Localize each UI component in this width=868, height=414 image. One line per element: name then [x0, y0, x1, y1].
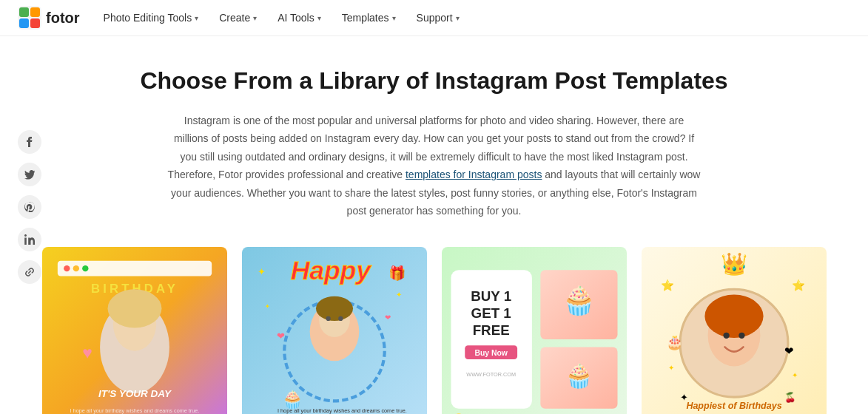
svg-text:I hope all your birthday wishe: I hope all your birthday wishes and drea…	[277, 407, 406, 414]
svg-point-55	[723, 332, 729, 338]
twitter-share-button[interactable]	[18, 163, 41, 186]
template-card-image: Happy 🎁 ✦ ✦ ✦	[242, 247, 427, 414]
svg-text:🧁: 🧁	[282, 388, 303, 409]
twitter-icon	[24, 169, 35, 180]
svg-point-13	[107, 289, 161, 328]
chevron-down-icon: ▾	[317, 14, 321, 22]
svg-point-56	[739, 332, 744, 338]
svg-point-26	[316, 296, 353, 320]
nav-photo-editing[interactable]: Photo Editing Tools ▾	[104, 12, 199, 24]
linkedin-share-button[interactable]	[18, 228, 41, 251]
template-card[interactable]: BUY 1 GET 1 FREE Buy Now WWW.FOTOR.COM 🧁…	[442, 247, 627, 414]
svg-text:❤: ❤	[276, 331, 284, 342]
navbar: fotor Photo Editing Tools ▾ Create ▾ AI …	[0, 0, 868, 36]
svg-point-8	[73, 265, 78, 271]
svg-text:Happiest of Birthdays: Happiest of Birthdays	[686, 400, 781, 410]
svg-text:🧁: 🧁	[564, 362, 593, 390]
svg-text:♥: ♥	[82, 343, 92, 362]
copy-link-button[interactable]	[18, 260, 41, 284]
svg-rect-4	[30, 18, 40, 28]
social-sidebar	[18, 130, 41, 284]
svg-text:✦: ✦	[396, 290, 402, 298]
template-card[interactable]: 👑 ⭐ ⭐ ✦ ✦	[642, 247, 827, 414]
svg-rect-6	[57, 260, 211, 276]
nav-links: Photo Editing Tools ▾ Create ▾ AI Tools …	[104, 12, 460, 24]
facebook-share-button[interactable]	[18, 130, 41, 154]
svg-text:⭐: ⭐	[661, 279, 675, 292]
svg-text:Happy: Happy	[290, 255, 372, 285]
logo-icon	[18, 6, 41, 30]
svg-text:✦: ✦	[265, 302, 270, 310]
svg-text:Buy Now: Buy Now	[474, 348, 508, 356]
template-card-image: 👑 ⭐ ⭐ ✦ ✦	[642, 247, 827, 414]
svg-rect-2	[30, 7, 40, 17]
svg-text:FREE: FREE	[472, 322, 509, 337]
svg-text:✦: ✦	[668, 363, 674, 371]
hero-section: Choose From a Library of Instagram Post …	[42, 66, 827, 220]
logo-text: fotor	[46, 10, 80, 27]
svg-point-27	[326, 316, 330, 320]
templates-grid: BIRTHDAY ♥ IT'S YOUR DAY I hope all your…	[42, 247, 827, 414]
svg-text:❤: ❤	[784, 345, 793, 356]
svg-text:IT'S YOUR DAY: IT'S YOUR DAY	[98, 388, 172, 399]
svg-text:✦: ✦	[792, 371, 798, 379]
svg-text:⭐: ⭐	[792, 279, 806, 292]
card-3-preview: BUY 1 GET 1 FREE Buy Now WWW.FOTOR.COM 🧁…	[442, 247, 627, 414]
card-4-preview: 👑 ⭐ ⭐ ✦ ✦	[642, 247, 827, 414]
chevron-down-icon: ▾	[392, 14, 396, 22]
template-card-image: BUY 1 GET 1 FREE Buy Now WWW.FOTOR.COM 🧁…	[442, 247, 627, 414]
logo[interactable]: fotor	[18, 6, 80, 30]
svg-text:GET 1: GET 1	[471, 305, 511, 320]
svg-point-7	[64, 265, 70, 271]
card-1-preview: BIRTHDAY ♥ IT'S YOUR DAY I hope all your…	[42, 247, 227, 414]
main-content: Choose From a Library of Instagram Post …	[27, 36, 841, 414]
hero-description: Instagram is one of the most popular and…	[168, 112, 701, 220]
chevron-down-icon: ▾	[253, 14, 257, 22]
svg-text:WWW.FOTOR.COM: WWW.FOTOR.COM	[466, 371, 516, 378]
nav-templates[interactable]: Templates ▾	[342, 12, 396, 24]
template-card[interactable]: Happy 🎁 ✦ ✦ ✦	[242, 247, 427, 414]
nav-ai-tools[interactable]: AI Tools ▾	[277, 12, 321, 24]
linkedin-icon	[24, 234, 35, 245]
svg-text:🎁: 🎁	[388, 264, 406, 281]
svg-point-28	[338, 316, 343, 320]
svg-text:🍒: 🍒	[784, 392, 795, 404]
template-card[interactable]: BIRTHDAY ♥ IT'S YOUR DAY I hope all your…	[42, 247, 227, 414]
pinterest-icon	[24, 202, 35, 212]
svg-text:🧁: 🧁	[561, 284, 596, 317]
svg-text:I hope all your birthday wishe: I hope all your birthday wishes and drea…	[70, 407, 199, 414]
nav-create[interactable]: Create ▾	[219, 12, 257, 24]
card-2-preview: Happy 🎁 ✦ ✦ ✦	[242, 247, 427, 414]
svg-text:❤: ❤	[384, 313, 390, 322]
svg-text:🎂: 🎂	[666, 333, 684, 350]
svg-rect-1	[19, 7, 29, 17]
svg-rect-3	[19, 18, 29, 28]
pinterest-share-button[interactable]	[18, 195, 41, 219]
svg-point-9	[82, 265, 88, 271]
svg-point-54	[704, 294, 763, 337]
page-title: Choose From a Library of Instagram Post …	[42, 66, 827, 97]
link-icon	[24, 267, 35, 277]
svg-text:👑: 👑	[721, 251, 748, 277]
svg-text:✦: ✦	[257, 266, 265, 276]
chevron-down-icon: ▾	[456, 14, 460, 22]
facebook-icon	[24, 137, 35, 147]
templates-link[interactable]: templates for Instagram posts	[406, 169, 542, 180]
svg-text:BUY 1: BUY 1	[471, 288, 511, 304]
chevron-down-icon: ▾	[195, 14, 198, 22]
template-card-image: BIRTHDAY ♥ IT'S YOUR DAY I hope all your…	[42, 247, 227, 414]
nav-support[interactable]: Support ▾	[417, 12, 460, 24]
